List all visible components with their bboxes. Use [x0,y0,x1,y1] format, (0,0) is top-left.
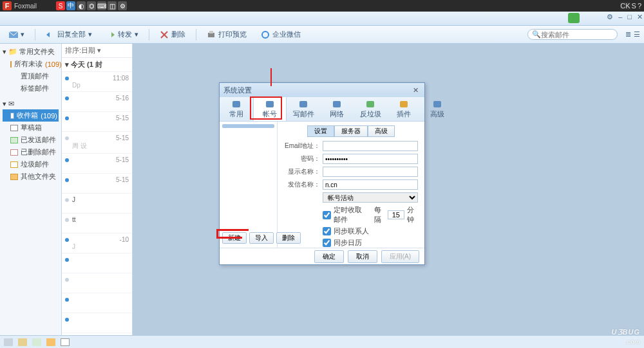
dialog-tab-gear[interactable]: 高级 [421,97,454,121]
account-status-select[interactable]: 帐号活动 [323,192,418,203]
import-account-button[interactable]: 导入 [249,232,274,244]
qywx-label: 企业微信 [272,30,301,39]
segment-1[interactable]: 服务器 [334,125,368,137]
close-button[interactable]: ✕ [637,13,643,21]
segment-2[interactable]: 高级 [368,125,395,137]
mail-row[interactable]: 5-15 [62,154,132,174]
mail-row[interactable] [62,313,132,333]
search-box[interactable]: 🔍 [527,29,618,40]
delete-account-button[interactable]: 删除 [276,232,301,244]
status-contact-icon[interactable] [18,338,27,346]
dialog-titlebar[interactable]: 系统设置 ✕ [220,83,424,97]
ime-zh-icon[interactable]: 中 [66,1,75,10]
password-input[interactable] [323,154,418,164]
sidebar-item[interactable]: 置顶邮件 [3,70,59,82]
mail-row[interactable]: J [62,194,132,214]
main-toolbar: ▾ 回复全部▾ 转发▾ 删除 打印预览 企业微信 🔍 ≣ ☰ [0,26,644,44]
ime-punct-icon[interactable]: ⏣ [87,1,96,10]
dialog-tabs: 常用帐号写邮件网络反垃圾插件高级 [220,97,424,122]
settings-gear-icon[interactable]: ⚙ [607,13,613,21]
cancel-button[interactable]: 取消 [348,250,377,263]
mail-row[interactable]: 5-16 [62,92,132,112]
forward-button[interactable]: 转发▾ [101,28,144,41]
view-column-icon[interactable]: ☰ [634,30,640,39]
sidebar-item[interactable]: 所有未读 (109) [3,58,59,70]
view-list-icon[interactable]: ≣ [625,30,631,39]
sidebar-item[interactable]: 标签邮件 [3,82,59,95]
qywx-button[interactable]: 企业微信 [256,28,306,41]
ime-s-icon[interactable]: S [56,1,65,10]
timer-minutes-input[interactable] [388,210,404,219]
mail-row-time: 5-16 [116,95,129,102]
ime-s2-icon[interactable]: S [632,2,636,10]
minimize-button[interactable]: – [618,13,622,21]
search-icon: 🔍 [532,30,541,39]
sidebar-item[interactable]: 草稿箱 [3,122,59,134]
timer-fetch-label: 定时收取邮件 [334,205,367,224]
search-input[interactable] [541,31,605,39]
svg-rect-8 [299,101,307,107]
sidebar-item[interactable]: 已删除邮件 [3,146,59,158]
unread-dot-icon [65,218,69,222]
toolbar-sep2 [149,29,149,41]
dialog-close-button[interactable]: ✕ [410,86,421,95]
mail-row[interactable]: J-10 [62,234,132,253]
email-input[interactable] [323,141,418,151]
ime-help-icon[interactable]: ? [638,2,641,10]
send-name-input[interactable] [323,179,418,190]
day-group-today[interactable]: ▾ 今天 (1 封 [62,58,132,72]
mail-row[interactable] [62,293,132,313]
ok-button[interactable]: 确定 [314,250,344,263]
ime-pad-icon[interactable]: ◫ [108,1,117,10]
segment-0[interactable]: 设置 [307,125,334,137]
sidebar-item[interactable]: 垃圾邮件 [3,158,59,170]
mail-row[interactable]: 5-15 [62,112,132,132]
mail-row[interactable]: Dp11:08 [62,72,132,92]
mail-row-time: 5-15 [116,134,129,142]
sidebar-item[interactable]: 收件箱 (109) [3,109,59,122]
status-calendar-icon[interactable] [32,338,41,346]
sidebar-item[interactable]: 已发送邮件 [3,134,59,146]
notification-badge[interactable] [568,13,580,23]
display-name-input[interactable] [323,167,418,177]
mail-row[interactable]: tt [62,214,132,234]
dialog-tab-list[interactable]: 常用 [220,97,253,121]
dialog-tab-globe[interactable]: 网络 [320,97,354,121]
dialog-tab-shield[interactable]: 反垃圾 [354,97,387,121]
delete-button[interactable]: 删除 [155,28,191,41]
account-form: 设置服务器高级 Email地址： 密码： 显示名称： 发信名称： 帐号活动 定时… [278,122,424,248]
sidebar-group-common[interactable]: ▾ 📁 常用文件夹 [3,46,59,58]
apply-button[interactable]: 应用(A) [381,250,419,263]
mail-row[interactable]: 5-15 [62,174,132,194]
dialog-tab-label: 反垃圾 [360,109,381,119]
dialog-tab-user[interactable]: 帐号 [253,97,287,121]
mail-row[interactable] [62,333,132,335]
compose-button[interactable]: ▾ [4,29,30,41]
status-mail-icon[interactable] [4,338,13,346]
mail-row[interactable] [62,253,132,273]
sync-calendar-checkbox[interactable] [323,239,331,247]
maximize-button[interactable]: □ [627,13,632,21]
list-icon [231,100,242,109]
sort-header[interactable]: 排序:日期 ▾ [62,44,132,58]
sync-contacts-checkbox[interactable] [323,227,331,235]
folder-sidebar: ▾ 📁 常用文件夹 所有未读 (109)置顶邮件标签邮件 ▾ ✉ 收件箱 (10… [0,44,62,335]
ime-half-icon[interactable]: ◐ [77,1,86,10]
account-item[interactable] [222,124,274,128]
ime-settings-icon[interactable]: ⚙ [118,1,127,10]
ime-softkb-icon[interactable]: ⌨ [97,1,106,10]
globe-icon [332,100,342,109]
status-note-icon[interactable] [46,338,55,346]
mail-row[interactable]: 周 设5-15 [62,132,132,154]
sidebar-item[interactable]: 其他文件夹 [3,170,59,183]
svg-rect-7 [266,101,274,107]
dialog-tab-plugin[interactable]: 插件 [387,97,421,121]
sidebar-account-header[interactable]: ▾ ✉ [3,98,59,109]
dialog-tab-pencil[interactable]: 写邮件 [287,97,320,121]
mail-row[interactable] [62,273,132,293]
status-rss-icon[interactable] [61,338,70,346]
reply-all-button[interactable]: 回复全部▾ [41,28,97,41]
unread-dot-icon [65,198,69,202]
timer-fetch-checkbox[interactable] [323,211,331,219]
print-preview-button[interactable]: 打印预览 [202,28,252,41]
